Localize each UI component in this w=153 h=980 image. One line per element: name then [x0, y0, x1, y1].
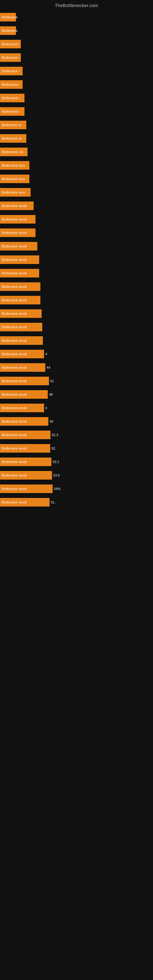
- bar-label: Bottleneck result: [0, 242, 37, 250]
- bar-label: Bottleneck result: [0, 296, 40, 304]
- bar-value: 4: [44, 352, 47, 356]
- bar-row: Bottleneck r: [0, 37, 153, 51]
- bar-row: Bottleneck: [0, 24, 153, 37]
- bar-row: Bottleneck result: [0, 266, 153, 280]
- bar-label: Bottleneck resu: [0, 161, 29, 170]
- bar-label: Bottleneck result: [0, 202, 33, 210]
- bar-row: Bottleneck result: [0, 307, 153, 320]
- bar-row: Bottleneck result: [0, 226, 153, 240]
- bar-label: Bottleneck r: [0, 80, 22, 89]
- bar-row: Bottleneck r: [0, 91, 153, 105]
- bar-label: Bottleneck result: [0, 404, 44, 412]
- bar-row: Bottleneck result44: [0, 361, 153, 374]
- bar-label: Bottleneck result: [0, 269, 39, 277]
- bar-value: 51.: [49, 500, 56, 504]
- bar-label: Bottleneck result: [0, 363, 45, 372]
- bar-value: 54%: [53, 487, 61, 491]
- bar-value: 52.3: [51, 433, 58, 437]
- bar-value: 53.1: [51, 460, 59, 464]
- bar-row: Bottleneck res: [0, 145, 153, 159]
- bar-label: Bottleneck result: [0, 336, 43, 345]
- bar-row: Bottleneck result4: [0, 401, 153, 415]
- bars-container: BottleneckBottleneckBottleneck rBottlene…: [0, 10, 153, 509]
- bar-value: 44: [45, 366, 50, 369]
- bar-label: Bottleneck result: [0, 444, 50, 453]
- bar-row: Bottleneck result: [0, 253, 153, 266]
- bar-label: Bottleneck result: [0, 390, 48, 399]
- bar-label: Bottleneck result: [0, 377, 49, 385]
- bar-value: 53.5: [52, 474, 60, 477]
- bar-label: Bottleneck r: [0, 107, 24, 116]
- bar-label: Bottleneck r: [0, 94, 24, 102]
- bar-row: Bottleneck resu: [0, 172, 153, 186]
- bar-label: Bottleneck: [0, 13, 16, 21]
- bar-row: Bottleneck result52.3: [0, 428, 153, 442]
- bar-row: Bottleneck resu: [0, 186, 153, 199]
- bar-label: Bottleneck result: [0, 471, 52, 480]
- bar-row: Bottleneck result: [0, 199, 153, 213]
- site-title: TheBottlenecker.com: [0, 0, 153, 10]
- bar-row: Bottleneck result49: [0, 388, 153, 401]
- bar-value: 52.: [50, 447, 56, 450]
- bar-row: Bottleneck result: [0, 334, 153, 347]
- bar-label: Bottleneck result: [0, 431, 51, 439]
- bar-label: Bottleneck result: [0, 323, 42, 331]
- bar-value: 51: [49, 379, 54, 383]
- bar-row: Bottleneck result: [0, 213, 153, 226]
- bar-row: Bottleneck re: [0, 118, 153, 132]
- bar-row: Bottleneck result51: [0, 374, 153, 388]
- bar-label: Bottleneck result: [0, 309, 41, 318]
- bar-row: Bottleneck result52.: [0, 442, 153, 455]
- bar-label: Bottleneck res: [0, 148, 27, 156]
- bar-row: Bottleneck result: [0, 280, 153, 293]
- bar-row: Bottleneck result4: [0, 347, 153, 361]
- bar-label: Bottleneck resu: [0, 175, 29, 183]
- bar-label: Bottleneck result: [0, 215, 35, 224]
- bar-label: Bottleneck result: [0, 229, 35, 237]
- bar-label: Bottleneck result: [0, 255, 39, 264]
- bar-row: Bottleneck: [0, 10, 153, 24]
- bar-row: Bottleneck result: [0, 293, 153, 307]
- bar-row: Bottleneck result53.5: [0, 469, 153, 482]
- bar-label: Bottleneck: [0, 26, 16, 35]
- bar-label: Bottleneck resu: [0, 188, 30, 197]
- bar-label: Bottleneck result: [0, 417, 48, 426]
- bar-row: Bottleneck r: [0, 51, 153, 64]
- bar-row: Bottleneck resu: [0, 159, 153, 172]
- bar-label: Bottleneck result: [0, 485, 53, 493]
- bar-label: Bottleneck r: [0, 40, 21, 48]
- bar-row: Bottleneck result50: [0, 415, 153, 428]
- bar-row: Bottleneck result: [0, 240, 153, 253]
- bar-row: Bottleneck result53.1: [0, 455, 153, 469]
- bar-value: 4: [44, 406, 47, 410]
- bar-row: Bottleneck result51.: [0, 495, 153, 509]
- bar-row: Bottleneck r: [0, 105, 153, 118]
- bar-value: 49: [48, 393, 53, 396]
- bar-row: Bottleneck result: [0, 320, 153, 334]
- bar-label: Bottleneck result: [0, 350, 44, 358]
- bar-row: Bottleneck r: [0, 64, 153, 78]
- bar-label: Bottleneck r: [0, 53, 21, 62]
- bar-row: Bottleneck re: [0, 132, 153, 145]
- bar-row: Bottleneck result54%: [0, 482, 153, 495]
- bar-value: 50: [48, 420, 53, 423]
- bar-row: Bottleneck r: [0, 78, 153, 91]
- bar-label: Bottleneck re: [0, 121, 26, 129]
- bar-label: Bottleneck r: [0, 67, 22, 75]
- bar-label: Bottleneck re: [0, 134, 26, 143]
- bar-label: Bottleneck result: [0, 498, 49, 506]
- bar-label: Bottleneck result: [0, 282, 40, 291]
- bar-label: Bottleneck result: [0, 458, 51, 466]
